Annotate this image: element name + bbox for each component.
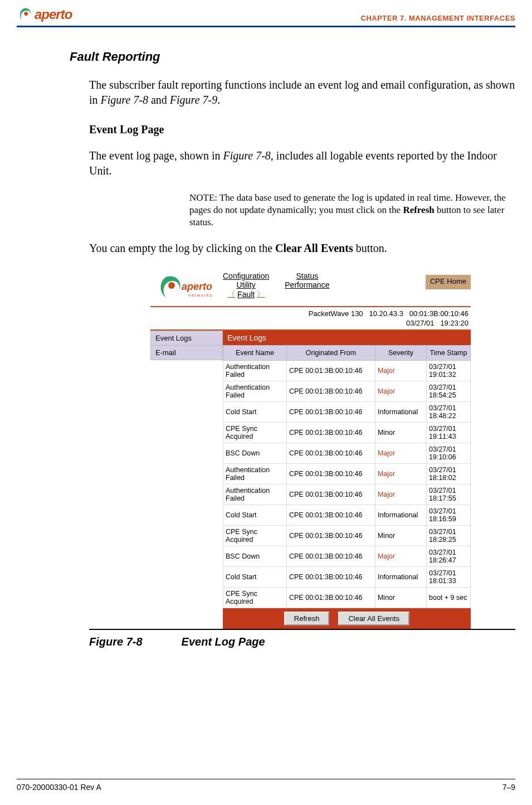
cell-originated-from: CPE 00:01:3B:00:10:46 (287, 567, 375, 588)
cell-severity: Major (375, 546, 426, 567)
cell-event-name: Cold Start (223, 402, 287, 423)
page-header: aperto CHAPTER 7. MANAGEMENT INTERFACES (17, 7, 515, 26)
paragraph-intro: The subscriber fault reporting functions… (70, 77, 515, 108)
device-mac: 00:01:3B:00:10:46 (409, 309, 468, 318)
arrow-left-icon: 〈 (227, 289, 235, 299)
cell-severity: Minor (375, 423, 426, 443)
cpe-home-button[interactable]: CPE Home (426, 275, 471, 289)
text: and (148, 94, 170, 106)
text: You can empty the log by clicking on the (89, 242, 275, 254)
sidebar-item-event-logs[interactable]: Event Logs (150, 331, 223, 346)
figure-7-8: aperto networks Configuration Utility 〈 … (89, 269, 515, 630)
cell-originated-from: CPE 00:01:3B:00:10:46 (287, 381, 375, 402)
cell-originated-from: CPE 00:01:3B:00:10:46 (287, 402, 375, 423)
cell-originated-from: CPE 00:01:3B:00:10:46 (287, 423, 375, 443)
col-originated-from: Originated From (287, 346, 375, 361)
cell-severity: Minor (375, 588, 426, 608)
table-row: Authentication FailedCPE 00:01:3B:00:10:… (223, 361, 471, 381)
cell-event-name: Cold Start (223, 505, 287, 526)
cell-time-stamp: 03/27/01 18:17:55 (427, 484, 471, 505)
cell-originated-from: CPE 00:01:3B:00:10:46 (287, 361, 375, 381)
col-time-stamp: Time Stamp (427, 346, 471, 361)
clear-all-events-button[interactable]: Clear All Events (338, 612, 409, 625)
cell-originated-from: CPE 00:01:3B:00:10:46 (287, 588, 375, 608)
svg-text:networks: networks (188, 293, 213, 297)
cell-time-stamp: 03/27/01 18:26:47 (427, 546, 471, 567)
table-row: CPE Sync AcquiredCPE 00:01:3B:00:10:46Mi… (223, 526, 471, 546)
tab-performance[interactable]: Performance (285, 280, 329, 289)
screenshot-sidebar: Event Logs E-mail (150, 331, 223, 629)
cell-originated-from: CPE 00:01:3B:00:10:46 (287, 505, 375, 526)
cell-time-stamp: 03/27/01 18:18:02 (427, 464, 471, 484)
device-time: 19:23:20 (440, 319, 468, 327)
cell-time-stamp: 03/27/01 18:28:25 (427, 526, 471, 546)
tab-column-1: Configuration Utility 〈 Fault 〉 (223, 271, 269, 299)
tab-configuration[interactable]: Configuration (223, 271, 269, 280)
cell-severity: Minor (375, 526, 426, 546)
table-row: Authentication FailedCPE 00:01:3B:00:10:… (223, 484, 471, 505)
device-model: PacketWave 130 (309, 309, 363, 318)
panel-title: Event Logs (223, 331, 471, 345)
clear-all-ref: Clear All Events (275, 242, 353, 254)
paragraph-event-log: The event log page, shown in Figure 7-8,… (70, 148, 515, 178)
cell-severity: Major (375, 484, 426, 505)
cell-event-name: Authentication Failed (223, 484, 287, 505)
cell-event-name: BSC Down (223, 443, 287, 464)
cell-time-stamp: 03/27/01 18:16:59 (427, 505, 471, 526)
cell-event-name: CPE Sync Acquired (223, 588, 287, 608)
note-paragraph: NOTE: The data base used to generate the… (70, 192, 515, 229)
tab-fault-current[interactable]: 〈 Fault 〉 (227, 289, 265, 299)
figure-caption: Figure 7-8Event Log Page (89, 636, 515, 648)
text: The event log page, shown in (89, 149, 223, 162)
cell-originated-from: CPE 00:01:3B:00:10:46 (287, 526, 375, 546)
svg-text:aperto: aperto (182, 281, 212, 292)
text: . (217, 94, 220, 106)
aperto-logo-icon: aperto networks (156, 273, 217, 301)
event-log-screenshot: aperto networks Configuration Utility 〈 … (150, 269, 471, 629)
cell-time-stamp: 03/27/01 18:01:33 (427, 567, 471, 588)
cell-time-stamp: 03/27/01 18:54:25 (427, 381, 471, 402)
screenshot-main: Event Logs Event Name Originated From Se… (223, 331, 471, 629)
device-ip: 10.20.43.3 (369, 309, 403, 318)
page-footer: 070-20000330-01 Rev A 7–9 (17, 779, 515, 792)
device-date: 03/27/01 (406, 319, 435, 327)
cell-severity: Major (375, 464, 426, 484)
tab-column-2: Status Performance (285, 271, 329, 289)
cell-originated-from: CPE 00:01:3B:00:10:46 (287, 484, 375, 505)
cell-event-name: CPE Sync Acquired (223, 423, 287, 443)
table-row: Cold StartCPE 00:01:3B:00:10:46Informati… (223, 402, 471, 423)
table-row: BSC DownCPE 00:01:3B:00:10:46Major03/27/… (223, 546, 471, 567)
cell-time-stamp: 03/27/01 18:48:22 (427, 402, 471, 423)
cell-severity: Major (375, 381, 426, 402)
table-row: CPE Sync AcquiredCPE 00:01:3B:00:10:46Mi… (223, 588, 471, 608)
text: button. (353, 242, 387, 254)
tab-status[interactable]: Status (296, 271, 319, 280)
cell-severity: Informational (375, 505, 426, 526)
table-row: Authentication FailedCPE 00:01:3B:00:10:… (223, 381, 471, 402)
table-row: Cold StartCPE 00:01:3B:00:10:46Informati… (223, 505, 471, 526)
cell-event-name: Cold Start (223, 567, 287, 588)
cell-time-stamp: 03/27/01 19:10:06 (427, 443, 471, 464)
screenshot-logo: aperto networks (150, 269, 223, 305)
cell-time-stamp: boot + 9 sec (427, 588, 471, 608)
table-row: Authentication FailedCPE 00:01:3B:00:10:… (223, 464, 471, 484)
cell-event-name: Authentication Failed (223, 361, 287, 381)
cell-event-name: Authentication Failed (223, 381, 287, 402)
table-row: BSC DownCPE 00:01:3B:00:10:46Major03/27/… (223, 443, 471, 464)
col-event-name: Event Name (223, 346, 287, 361)
figure-ref: Figure 7-9 (170, 94, 217, 106)
table-row: Cold StartCPE 00:01:3B:00:10:46Informati… (223, 567, 471, 588)
sidebar-item-email[interactable]: E-mail (150, 345, 223, 360)
cell-originated-from: CPE 00:01:3B:00:10:46 (287, 546, 375, 567)
orange-rule (150, 306, 471, 307)
paragraph-clear: You can empty the log by clicking on the… (70, 241, 515, 256)
cell-time-stamp: 03/27/01 19:11:43 (427, 423, 471, 443)
svg-point-0 (24, 12, 28, 16)
footer-doc-id: 070-20000330-01 Rev A (17, 783, 101, 792)
tab-utility[interactable]: Utility (237, 280, 256, 289)
cell-time-stamp: 03/27/01 19:01:32 (427, 361, 471, 381)
screenshot-header: aperto networks Configuration Utility 〈 … (150, 269, 471, 305)
table-row: CPE Sync AcquiredCPE 00:01:3B:00:10:46Mi… (223, 423, 471, 443)
refresh-button[interactable]: Refresh (284, 612, 330, 625)
event-log-table: Event Name Originated From Severity Time… (223, 345, 471, 608)
